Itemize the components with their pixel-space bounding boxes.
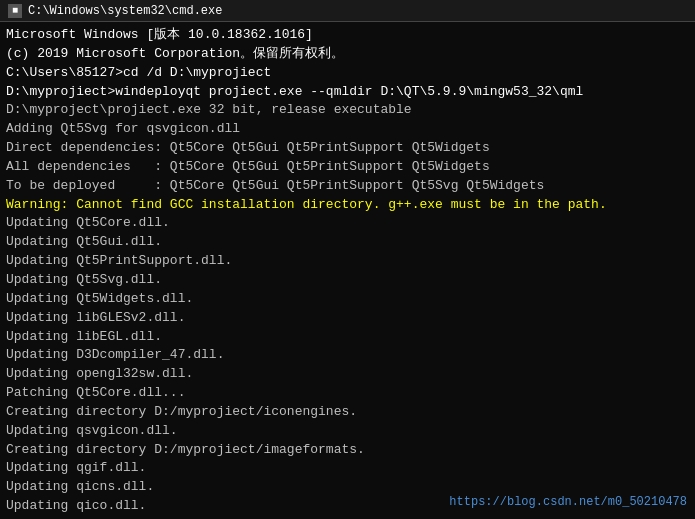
- terminal-line: All dependencies : Qt5Core Qt5Gui Qt5Pri…: [6, 158, 689, 177]
- cmd-icon: ■: [8, 4, 22, 18]
- terminal-line: Updating libEGL.dll.: [6, 328, 689, 347]
- terminal-line: Updating Qt5PrintSupport.dll.: [6, 252, 689, 271]
- terminal-line: D:\myproject\projiect.exe 32 bit, releas…: [6, 101, 689, 120]
- terminal-line: Creating directory D:/myprojiect/iconeng…: [6, 403, 689, 422]
- terminal-window: ■ C:\Windows\system32\cmd.exe Microsoft …: [0, 0, 695, 519]
- terminal-body[interactable]: Microsoft Windows [版本 10.0.18362.1016](c…: [0, 22, 695, 519]
- terminal-line: Updating qsvgicon.dll.: [6, 422, 689, 441]
- terminal-line: Updating qgif.dll.: [6, 459, 689, 478]
- terminal-line: (c) 2019 Microsoft Corporation。保留所有权利。: [6, 45, 689, 64]
- terminal-line: Direct dependencies: Qt5Core Qt5Gui Qt5P…: [6, 139, 689, 158]
- terminal-line: Updating Qt5Widgets.dll.: [6, 290, 689, 309]
- terminal-line: Updating Qt5Core.dll.: [6, 214, 689, 233]
- terminal-line: Updating Qt5Gui.dll.: [6, 233, 689, 252]
- terminal-line: Updating D3Dcompiler_47.dll.: [6, 346, 689, 365]
- terminal-line: Updating opengl32sw.dll.: [6, 365, 689, 384]
- title-bar-label: C:\Windows\system32\cmd.exe: [28, 4, 222, 18]
- terminal-line: Microsoft Windows [版本 10.0.18362.1016]: [6, 26, 689, 45]
- terminal-line: Updating libGLESv2.dll.: [6, 309, 689, 328]
- terminal-line: Updating Qt5Svg.dll.: [6, 271, 689, 290]
- watermark: https://blog.csdn.net/m0_50210478: [449, 494, 687, 511]
- terminal-line: To be deployed : Qt5Core Qt5Gui Qt5Print…: [6, 177, 689, 196]
- terminal-line: C:\Users\85127>cd /d D:\myprojiect: [6, 64, 689, 83]
- title-bar: ■ C:\Windows\system32\cmd.exe: [0, 0, 695, 22]
- terminal-output: Microsoft Windows [版本 10.0.18362.1016](c…: [6, 26, 689, 519]
- terminal-line: D:\myprojiect>windeployqt projiect.exe -…: [6, 83, 689, 102]
- terminal-line: Adding Qt5Svg for qsvgicon.dll: [6, 120, 689, 139]
- terminal-line: Patching Qt5Core.dll...: [6, 384, 689, 403]
- terminal-line: Creating directory D:/myprojiect/imagefo…: [6, 441, 689, 460]
- terminal-line: Warning: Cannot find GCC installation di…: [6, 196, 689, 215]
